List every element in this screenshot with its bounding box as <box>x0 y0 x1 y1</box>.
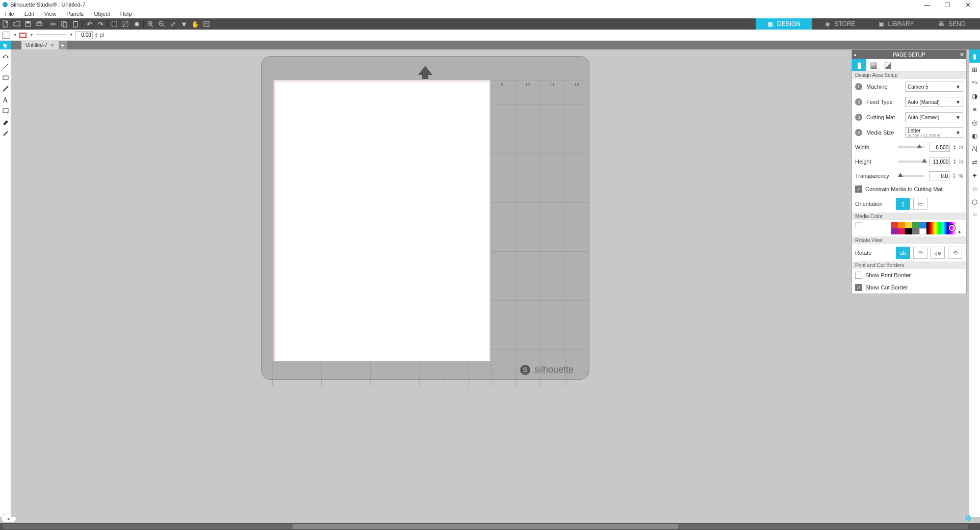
rectangle-tool-icon[interactable] <box>0 72 11 83</box>
color-yellow[interactable] <box>905 222 912 228</box>
zoom-drag-icon[interactable]: ▼ <box>178 18 190 30</box>
fit-page-icon[interactable]: + <box>201 18 212 30</box>
transform-icon[interactable]: ⇄ <box>969 155 980 169</box>
minimize-button[interactable]: — <box>917 1 937 9</box>
registration-tab-icon[interactable]: ◪ <box>881 59 895 71</box>
line-panel-icon[interactable]: ≡ <box>969 102 980 116</box>
page-setup-icon[interactable]: ▮ <box>969 49 980 63</box>
collapse-icon[interactable]: ▴ <box>854 52 857 57</box>
center-icon[interactable]: ✺ <box>131 18 142 30</box>
line-weight-input[interactable] <box>75 31 93 39</box>
color-red[interactable] <box>891 222 898 228</box>
transparency-slider[interactable] <box>898 175 924 177</box>
add-tab-button[interactable]: + <box>59 41 67 49</box>
rotate-0-button[interactable]: ab <box>896 247 910 259</box>
picker-handle-icon[interactable] <box>949 225 955 231</box>
portrait-button[interactable]: ▯ <box>896 198 910 210</box>
menu-edit[interactable]: Edit <box>19 11 39 17</box>
color-pink[interactable] <box>898 228 905 234</box>
menu-panels[interactable]: Panels <box>61 11 89 17</box>
color-purple[interactable] <box>891 228 898 234</box>
pan-icon[interactable]: ✋ <box>190 18 201 30</box>
trace-icon[interactable]: ◎ <box>969 116 980 129</box>
menu-object[interactable]: Object <box>89 11 115 17</box>
document-tab[interactable]: Untitled-7✕ <box>21 41 59 49</box>
freehand-tool-icon[interactable] <box>0 83 11 94</box>
transparency-spinner[interactable]: ▲▼ <box>952 173 956 179</box>
canvas-area[interactable]: Ssilhouette 9 10 11 12 <box>11 49 852 517</box>
preferences-gear-icon[interactable]: ⚙ <box>965 513 972 523</box>
rotate-180-button[interactable]: qɐ <box>931 247 945 259</box>
zoom-out-icon[interactable] <box>156 18 167 30</box>
note-tool-icon[interactable] <box>0 105 11 117</box>
menu-help[interactable]: Help <box>115 11 137 17</box>
machine-dropdown[interactable]: Cameo 5▼ <box>905 82 963 92</box>
text-tool-icon[interactable]: A <box>0 94 11 105</box>
stroke-swatch[interactable] <box>19 33 27 38</box>
pixscan-icon[interactable]: Pix <box>969 76 980 89</box>
image-effects-icon[interactable]: ◐ <box>969 129 980 142</box>
paste-icon[interactable] <box>70 18 81 30</box>
eyedropper-icon[interactable]: ▸ <box>956 222 963 234</box>
color-gradient-picker[interactable] <box>926 222 956 234</box>
new-file-icon[interactable] <box>0 18 11 30</box>
color-black[interactable] <box>905 228 912 234</box>
menu-view[interactable]: View <box>39 11 62 17</box>
text-style-icon[interactable]: A| <box>969 142 980 155</box>
line-style-sample[interactable] <box>36 35 66 35</box>
line-tool-icon[interactable] <box>0 61 11 72</box>
rotate-90-button[interactable]: ⟳ <box>913 247 927 259</box>
landscape-button[interactable]: ▭ <box>913 198 927 210</box>
bluetooth-icon[interactable]: ⌔ <box>969 208 980 222</box>
menu-file[interactable]: File <box>0 11 19 17</box>
width-input[interactable] <box>930 143 950 152</box>
color-gray[interactable] <box>912 228 919 234</box>
fill-swatch[interactable] <box>2 32 10 39</box>
feed-dropdown[interactable]: Auto (Manual)▼ <box>905 97 963 107</box>
mode-library[interactable]: ▣LIBRARY <box>868 18 924 30</box>
show-print-checkbox[interactable] <box>855 272 862 279</box>
erase-tool-icon[interactable] <box>0 117 11 128</box>
media-page[interactable] <box>273 80 491 361</box>
rotate-270-button[interactable]: ⟲ <box>948 247 962 259</box>
width-slider[interactable] <box>898 146 924 148</box>
cut-icon[interactable]: ✂ <box>47 18 59 30</box>
replicate-icon[interactable]: ✦ <box>969 169 980 182</box>
offset-icon[interactable]: ⬡ <box>969 195 980 208</box>
knife-tool-icon[interactable] <box>0 128 11 139</box>
transparency-input[interactable] <box>929 171 949 180</box>
media-dropdown[interactable]: Letter(8.500 x 11.000 in)▼ <box>905 127 963 138</box>
deselect-icon[interactable] <box>120 18 131 30</box>
fill-dropdown-icon[interactable]: ▼ <box>13 33 17 37</box>
color-green[interactable] <box>912 222 919 228</box>
print-icon[interactable] <box>34 18 45 30</box>
color-none[interactable] <box>919 228 926 234</box>
height-slider[interactable] <box>898 161 924 163</box>
select-all-icon[interactable] <box>109 18 120 30</box>
horizontal-scrollbar[interactable] <box>3 524 968 529</box>
grid-tab-icon[interactable]: ▦ <box>866 59 881 71</box>
fill-panel-icon[interactable]: ◑ <box>969 89 980 102</box>
close-panel-icon[interactable]: ✕ <box>960 51 964 58</box>
stroke-dropdown-icon[interactable]: ▼ <box>30 33 34 37</box>
color-blue[interactable] <box>919 222 926 228</box>
mode-design[interactable]: ▦DESIGN <box>756 18 812 30</box>
mode-send[interactable]: 🖶SEND <box>924 18 980 30</box>
mode-store[interactable]: ◉STORE <box>812 18 868 30</box>
line-style-dropdown-icon[interactable]: ▼ <box>69 33 73 37</box>
close-tab-icon[interactable]: ✕ <box>50 43 55 48</box>
undo-icon[interactable]: ↶ <box>84 18 95 30</box>
color-orange[interactable] <box>898 222 905 228</box>
grid-settings-icon[interactable]: ⊞ <box>969 63 980 76</box>
scrollbar-thumb[interactable] <box>293 524 679 529</box>
zoom-selection-icon[interactable]: ⤢ <box>167 18 178 30</box>
show-cut-checkbox[interactable]: ✓ <box>855 284 862 291</box>
constrain-checkbox[interactable]: ✓ <box>855 186 862 193</box>
panel-title-bar[interactable]: ▴ PAGE SETUP ✕ <box>852 50 966 59</box>
redo-icon[interactable]: ↷ <box>95 18 106 30</box>
height-input[interactable] <box>930 157 950 166</box>
copy-icon[interactable] <box>59 18 70 30</box>
modify-icon[interactable]: ☆ <box>969 182 980 195</box>
close-button[interactable]: ✕ <box>958 1 978 9</box>
height-spinner[interactable]: ▲▼ <box>953 158 956 165</box>
